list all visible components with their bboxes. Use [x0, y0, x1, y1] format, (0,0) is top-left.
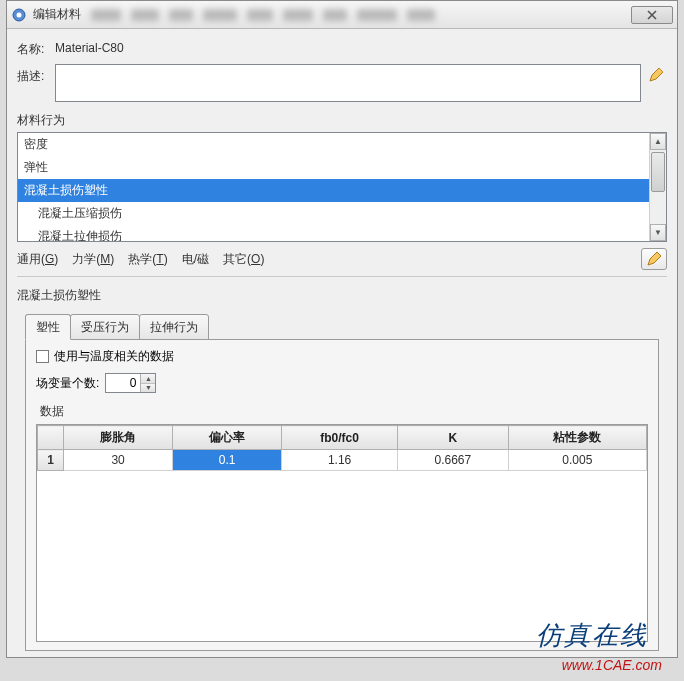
table-cell[interactable]: 0.005: [508, 450, 646, 471]
behavior-label: 材料行为: [17, 112, 667, 129]
scroll-up-button[interactable]: ▲: [650, 133, 666, 150]
row-header[interactable]: 1: [38, 450, 64, 471]
desc-label: 描述:: [17, 64, 55, 85]
behavior-item[interactable]: 混凝土拉伸损伤: [18, 225, 649, 241]
client-area: 名称: Material-C80 描述: 材料行为 密度弹性混凝土损伤塑性混凝土…: [7, 29, 677, 657]
scroll-down-button[interactable]: ▼: [650, 224, 666, 241]
name-label: 名称:: [17, 37, 55, 58]
behavior-item[interactable]: 密度: [18, 133, 649, 156]
table-header[interactable]: K: [397, 426, 508, 450]
behavior-item[interactable]: 弹性: [18, 156, 649, 179]
spin-up-button[interactable]: ▲: [141, 374, 155, 384]
edit-desc-button[interactable]: [645, 64, 667, 86]
divider: [17, 276, 667, 277]
fieldvars-spinner[interactable]: ▲ ▼: [105, 373, 156, 393]
tabstrip: 塑性受压行为拉伸行为: [25, 313, 667, 339]
behavior-list: 密度弹性混凝土损伤塑性混凝土压缩损伤混凝土拉伸损伤 ▲ ▼: [17, 132, 667, 242]
material-editor-window: 编辑材料 名称: Material-C80 描述: 材料行为 密度弹性混凝土损伤…: [6, 0, 678, 658]
table-header[interactable]: 偏心率: [173, 426, 282, 450]
titlebar[interactable]: 编辑材料: [7, 1, 677, 29]
app-icon: [11, 7, 27, 23]
tab-body-plasticity: 使用与温度相关的数据 场变量个数: ▲ ▼ 数据 膨胀角偏心率fb0/fc0K粘…: [25, 339, 659, 651]
temp-checkbox-label: 使用与温度相关的数据: [54, 348, 174, 365]
menu-mechanical[interactable]: 力学(M): [72, 251, 114, 268]
scroll-track[interactable]: [650, 150, 666, 224]
tab[interactable]: 受压行为: [70, 314, 140, 340]
fieldvars-label: 场变量个数:: [36, 375, 99, 392]
category-menubar: 通用(G) 力学(M) 热学(T) 电/磁 其它(O): [17, 248, 667, 270]
temp-checkbox[interactable]: [36, 350, 49, 363]
table-cell[interactable]: 1.16: [282, 450, 398, 471]
table-cell[interactable]: 0.1: [173, 450, 282, 471]
behavior-item[interactable]: 混凝土损伤塑性: [18, 179, 649, 202]
watermark-url: www.1CAE.com: [562, 657, 662, 673]
table-cell[interactable]: 30: [64, 450, 173, 471]
cdpp-title: 混凝土损伤塑性: [17, 287, 667, 304]
data-table-wrap: 膨胀角偏心率fb0/fc0K粘性参数1300.11.160.66670.005: [36, 424, 648, 642]
tab[interactable]: 拉伸行为: [139, 314, 209, 340]
table-corner: [38, 426, 64, 450]
table-cell[interactable]: 0.6667: [397, 450, 508, 471]
data-label: 数据: [40, 403, 648, 420]
table-header[interactable]: 粘性参数: [508, 426, 646, 450]
name-value: Material-C80: [55, 37, 124, 55]
menu-thermal[interactable]: 热学(T): [128, 251, 167, 268]
table-header[interactable]: fb0/fc0: [282, 426, 398, 450]
edit-behavior-button[interactable]: [641, 248, 667, 270]
watermark-brand: 仿真在线: [536, 618, 648, 653]
scrollbar[interactable]: ▲ ▼: [649, 133, 666, 241]
background-blur: [91, 9, 631, 21]
menu-other[interactable]: 其它(O): [223, 251, 264, 268]
close-button[interactable]: [631, 6, 673, 24]
menu-general[interactable]: 通用(G): [17, 251, 58, 268]
spin-down-button[interactable]: ▼: [141, 384, 155, 393]
table-header[interactable]: 膨胀角: [64, 426, 173, 450]
fieldvars-input[interactable]: [106, 374, 140, 392]
tab[interactable]: 塑性: [25, 314, 71, 340]
window-title: 编辑材料: [33, 6, 81, 23]
menu-electromagnetic[interactable]: 电/磁: [182, 251, 209, 268]
scroll-thumb[interactable]: [651, 152, 665, 192]
svg-point-1: [17, 12, 22, 17]
data-table[interactable]: 膨胀角偏心率fb0/fc0K粘性参数1300.11.160.66670.005: [37, 425, 647, 471]
behavior-item[interactable]: 混凝土压缩损伤: [18, 202, 649, 225]
desc-input[interactable]: [55, 64, 641, 102]
